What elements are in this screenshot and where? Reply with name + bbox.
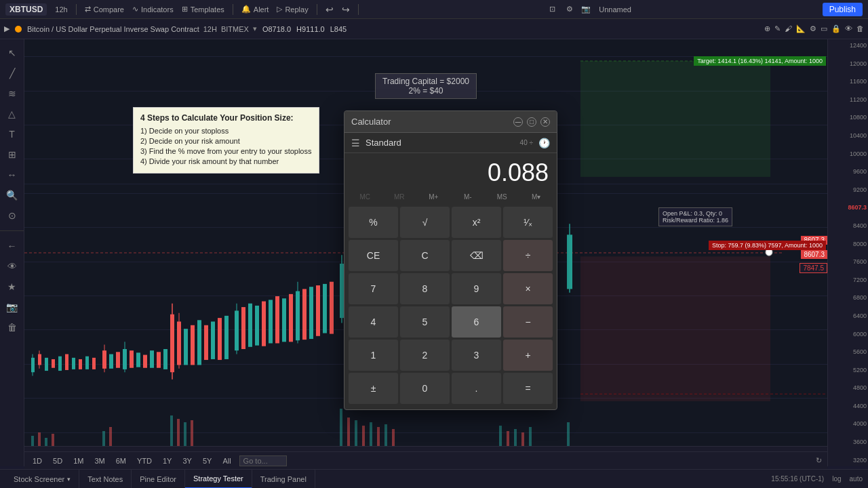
calc-5-btn[interactable]: 5 xyxy=(400,306,450,338)
tf-all[interactable]: All xyxy=(220,456,233,466)
calc-mr-btn[interactable]: MR xyxy=(383,191,416,203)
lock-icon[interactable]: 🔒 xyxy=(831,24,841,33)
calc-close-button[interactable]: ✕ xyxy=(540,117,550,127)
calc-plusminus-btn[interactable]: ± xyxy=(349,373,398,404)
publish-button[interactable]: Publish xyxy=(823,3,863,16)
tf-1d[interactable]: 1D xyxy=(30,456,45,466)
tf-6m[interactable]: 6M xyxy=(113,456,129,466)
step1: 1) Decide on your stoploss xyxy=(140,127,312,135)
fib-tool[interactable]: ≋ xyxy=(5,85,19,102)
chart-expand-icon[interactable]: ▶ xyxy=(4,24,9,33)
calc-c-btn[interactable]: C xyxy=(400,240,450,271)
calc-3-btn[interactable]: 3 xyxy=(452,340,501,371)
calc-7-btn[interactable]: 7 xyxy=(349,273,398,304)
user-label[interactable]: Unnamed xyxy=(599,5,631,14)
calc-mminus-btn[interactable]: M- xyxy=(452,191,485,203)
brush-icon[interactable]: 🖌 xyxy=(785,24,792,33)
timeframe-badge[interactable]: 12h xyxy=(55,5,67,14)
back-btn[interactable]: ← xyxy=(5,238,20,254)
calc-percent-btn[interactable]: % xyxy=(349,207,398,238)
calc-history-icon[interactable]: 🕐 xyxy=(538,138,550,148)
calc-0-btn[interactable]: 0 xyxy=(400,373,450,404)
gear-icon[interactable]: ⚙ xyxy=(810,24,816,33)
calc-square-btn[interactable]: x² xyxy=(452,207,501,238)
indicators-btn[interactable]: ∿ Indicators xyxy=(132,5,174,14)
line-tool[interactable]: ╱ xyxy=(7,65,18,81)
measure-tool[interactable]: ↔ xyxy=(5,167,20,183)
cursor-tool[interactable]: ↖ xyxy=(5,45,19,61)
pattern-tool[interactable]: ⊞ xyxy=(5,146,19,163)
symbol-badge[interactable]: XBTUSD xyxy=(5,3,47,16)
tab-strategy-tester[interactable]: Strategy Tester xyxy=(185,470,252,489)
text-tool[interactable]: T xyxy=(6,126,18,142)
calc-subtract-btn[interactable]: − xyxy=(503,306,553,338)
tf-1y[interactable]: 1Y xyxy=(160,456,174,466)
calc-multiply-btn[interactable]: × xyxy=(503,273,553,304)
tf-3y[interactable]: 3Y xyxy=(180,456,194,466)
compare-btn[interactable]: ⇄ Compare xyxy=(85,5,124,14)
calc-decimal-btn[interactable]: . xyxy=(452,373,501,404)
shape-tool[interactable]: △ xyxy=(5,106,18,122)
tf-ytd[interactable]: YTD xyxy=(134,456,155,466)
vol-bar xyxy=(529,427,532,446)
calc-4-btn[interactable]: 4 xyxy=(349,306,398,338)
tab-trading-panel[interactable]: Trading Panel xyxy=(252,470,315,489)
calc-equals-btn[interactable]: = xyxy=(503,373,553,404)
magnet-tool[interactable]: ⊙ xyxy=(5,207,19,224)
trash-tool[interactable]: 🗑 xyxy=(5,319,20,336)
ruler-icon[interactable]: 📐 xyxy=(796,24,806,33)
trash-icon[interactable]: 🗑 xyxy=(856,24,864,33)
vol-bar xyxy=(340,409,342,446)
calc-backspace-btn[interactable]: ⌫ xyxy=(452,240,501,271)
calc-mplus-btn[interactable]: M+ xyxy=(417,191,450,203)
calc-reciprocal-btn[interactable]: ¹∕ₓ xyxy=(503,207,553,238)
screenshot-tool[interactable]: 📷 xyxy=(3,299,20,315)
crosshair-icon[interactable]: ⊕ xyxy=(764,24,770,33)
calc-ms-btn[interactable]: MS xyxy=(486,191,519,203)
eye-toggle[interactable]: 👁 xyxy=(5,258,20,274)
calc-1-btn[interactable]: 1 xyxy=(349,340,398,371)
tf-3m[interactable]: 3M xyxy=(92,456,107,466)
auto-toggle[interactable]: auto xyxy=(850,475,863,483)
eye-icon[interactable]: 👁 xyxy=(845,24,852,33)
zoom-tool[interactable]: 🔍 xyxy=(3,187,20,203)
tab-stock-screener[interactable]: Stock Screener ▾ xyxy=(5,470,79,489)
undo-btn[interactable]: ↩ xyxy=(326,4,334,15)
calc-divide-btn[interactable]: ÷ xyxy=(503,240,553,271)
rectangle-icon[interactable]: ▭ xyxy=(821,24,827,33)
goto-input[interactable] xyxy=(239,455,287,466)
template-star[interactable]: ★ xyxy=(5,279,19,295)
stock-screener-dropdown-icon[interactable]: ▾ xyxy=(67,476,71,483)
calc-mc-btn[interactable]: MC xyxy=(349,191,382,203)
exchange-dropdown[interactable]: ▾ xyxy=(253,24,257,33)
tf-1m[interactable]: 1M xyxy=(71,456,86,466)
calc-maximize-button[interactable]: □ xyxy=(527,117,536,127)
calc-2-btn[interactable]: 2 xyxy=(400,340,450,371)
calc-minimize-button[interactable]: ─ xyxy=(513,117,523,127)
tab-pine-editor[interactable]: Pine Editor xyxy=(132,470,185,489)
calc-9-btn[interactable]: 9 xyxy=(452,273,501,304)
settings-btn[interactable]: ⚙ xyxy=(566,5,573,14)
stop-label: Stop: 759.7 (9.83%) 7597, Amount: 1000 xyxy=(709,241,826,250)
camera-btn[interactable]: 📷 xyxy=(581,5,591,14)
scroll-right-btn[interactable]: ↻ xyxy=(816,456,822,465)
log-toggle[interactable]: log xyxy=(832,475,841,483)
calc-ce-btn[interactable]: CE xyxy=(349,240,398,271)
exchange-label[interactable]: BITMEX xyxy=(221,25,249,33)
tab-text-notes[interactable]: Text Notes xyxy=(79,470,132,489)
calc-mstore-btn[interactable]: M▾ xyxy=(520,191,553,203)
pencil-icon[interactable]: ✎ xyxy=(774,24,781,33)
templates-btn[interactable]: ⊞ Templates xyxy=(182,5,224,14)
calc-menu-icon[interactable]: ☰ xyxy=(351,138,360,148)
tf-5d[interactable]: 5D xyxy=(50,456,65,466)
calc-add-btn[interactable]: + xyxy=(503,340,553,371)
replay-btn[interactable]: ▷ Replay xyxy=(277,5,308,14)
redo-btn[interactable]: ↪ xyxy=(342,4,350,15)
calc-6-btn[interactable]: 6 xyxy=(452,306,501,338)
calc-sqrt-btn[interactable]: √ xyxy=(400,207,450,238)
tf-5y[interactable]: 5Y xyxy=(200,456,214,466)
calc-8-btn[interactable]: 8 xyxy=(400,273,450,304)
alert-btn[interactable]: 🔔 Alert xyxy=(241,5,269,14)
interval-label[interactable]: 12H xyxy=(203,25,217,33)
fullscreen-btn[interactable]: ⊡ xyxy=(549,5,555,14)
